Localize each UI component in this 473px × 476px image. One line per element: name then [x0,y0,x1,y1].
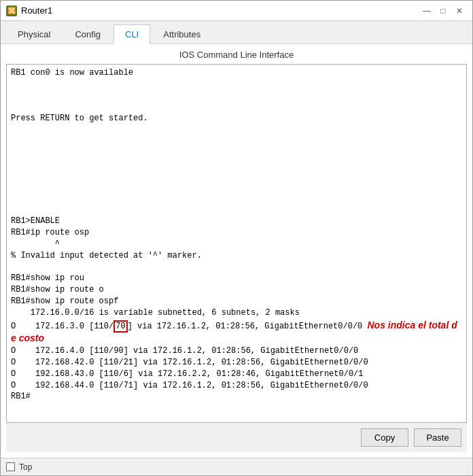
copy-button[interactable]: Copy [361,428,408,447]
close-button[interactable]: ✕ [452,3,467,18]
highlight-value: 70 [113,320,127,333]
top-checkbox[interactable] [6,462,15,471]
route-subnet-line: 172.16.0.0/16 is variable subnetted, 6 s… [11,307,462,319]
main-window: 🔀 Router1 — □ ✕ Physical Config CLI Attr… [0,0,473,476]
tab-config[interactable]: Config [63,24,112,44]
tab-physical[interactable]: Physical [6,24,62,44]
terminal-prompt-end: RB1# [11,391,462,403]
tab-cli[interactable]: CLI [113,24,150,44]
window-title: Router1 [21,5,52,16]
terminal-enable: RB1>ENABLE RB1#ip route osp ^ % Invalid … [11,216,462,307]
route-line-2: O 172.16.4.0 [110/90] via 172.16.1.2, 01… [11,345,462,357]
terminal-output: RB1 con0 is now available Press RETURN t… [11,67,462,170]
tab-bar: Physical Config CLI Attributes [1,21,472,44]
route-line-3: O 172.168.42.0 [110/21] via 172.16.1.2, … [11,357,462,369]
app-icon: 🔀 [6,5,17,16]
button-row: Copy Paste [6,423,467,452]
route-line-1: O 172.16.3.0 [110/70] via 172.16.1.2, 01… [11,319,462,346]
terminal-commands [11,170,462,216]
maximize-button[interactable]: □ [436,3,451,18]
paste-button[interactable]: Paste [414,428,461,447]
minimize-button[interactable]: — [419,3,434,18]
content-area: IOS Command Line Interface RB1 con0 is n… [1,44,472,458]
tab-attributes[interactable]: Attributes [152,24,212,44]
route-line-5: O 192.168.44.0 [110/71] via 172.16.1.2, … [11,380,462,392]
title-bar: 🔀 Router1 — □ ✕ [1,1,472,21]
annotation-text: Nos indica el total de costo [11,320,457,344]
window-controls: — □ ✕ [419,3,467,18]
terminal[interactable]: RB1 con0 is now available Press RETURN t… [6,64,467,423]
section-title: IOS Command Line Interface [6,50,467,60]
route-line-4: O 192.168.43.0 [110/6] via 172.16.2.2, 0… [11,369,462,380]
title-bar-left: 🔀 Router1 [6,5,52,16]
bottom-bar: Top [1,458,472,475]
top-label: Top [19,462,32,472]
